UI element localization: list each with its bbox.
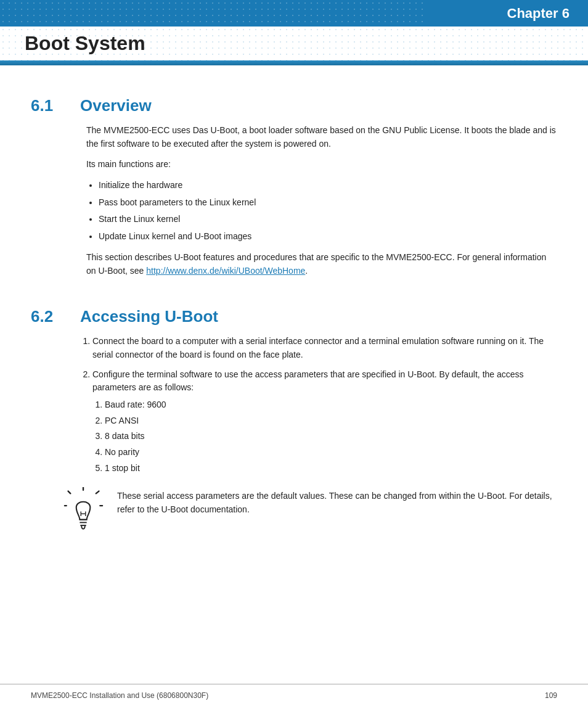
step-2-subbullets: Baud rate: 9600 PC ANSI 8 data bits No p…: [105, 398, 557, 475]
section-62-steps: Connect the board to a computer with a s…: [92, 335, 557, 475]
section-61-number: 6.1: [31, 96, 80, 115]
svg-line-1: [68, 491, 70, 494]
page-title: Boot System: [25, 32, 145, 55]
tip-icon: [62, 487, 105, 536]
section-62-header: 6.2 Accessing U-Boot: [31, 307, 557, 326]
page-content: 6.1 Overview The MVME2500-ECC uses Das U…: [0, 65, 588, 561]
blue-bar-divider: [0, 60, 588, 65]
step-1-text: Connect the board to a computer with a s…: [92, 336, 544, 359]
list-item: PC ANSI: [105, 414, 557, 428]
list-item: Start the Linux kernel: [99, 213, 557, 226]
list-item: Configure the terminal software to use t…: [92, 368, 557, 475]
chapter-label: Chapter 6: [428, 0, 588, 27]
tip-text: These serial access parameters are the d…: [117, 487, 557, 516]
tip-box: These serial access parameters are the d…: [62, 487, 557, 536]
section-61-bullets: Initialize the hardware Pass boot parame…: [99, 179, 557, 244]
list-item: 1 stop bit: [105, 462, 557, 475]
uboot-link[interactable]: http://www.denx.de/wiki/UBoot/WebHome: [146, 266, 305, 276]
page-footer: MVME2500-ECC Installation and Use (68068…: [0, 684, 588, 706]
section-61-footer-text: This section describes U-Boot features a…: [86, 251, 557, 277]
section-62-number: 6.2: [31, 307, 80, 326]
footer-page-number: 109: [545, 691, 557, 700]
step-2-text: Configure the terminal software to use t…: [92, 369, 524, 393]
list-item: No parity: [105, 446, 557, 459]
section-61-title: Overview: [80, 96, 152, 115]
footer-left: MVME2500-ECC Installation and Use (68068…: [31, 691, 208, 700]
header-section: Chapter 6 Boot System: [0, 0, 588, 65]
title-row: Boot System: [0, 27, 588, 60]
section-61-header: 6.1 Overview: [31, 96, 557, 115]
section-62-title: Accessing U-Boot: [80, 307, 218, 326]
list-item: 8 data bits: [105, 430, 557, 443]
list-item: Update Linux kernel and U-Boot images: [99, 230, 557, 244]
svg-line-2: [96, 491, 99, 494]
section-61-intro: The MVME2500-ECC uses Das U-Boot, a boot…: [86, 124, 557, 150]
lightbulb-icon: [63, 487, 104, 536]
section-61-functions-intro: Its main functions are:: [86, 158, 557, 171]
list-item: Pass boot parameters to the Linux kernel: [99, 196, 557, 210]
list-item: Connect the board to a computer with a s…: [92, 335, 557, 361]
section-61-footer-text-part2: .: [305, 266, 308, 276]
list-item: Baud rate: 9600: [105, 398, 557, 412]
header-top-row: Chapter 6: [0, 0, 588, 27]
list-item: Initialize the hardware: [99, 179, 557, 192]
